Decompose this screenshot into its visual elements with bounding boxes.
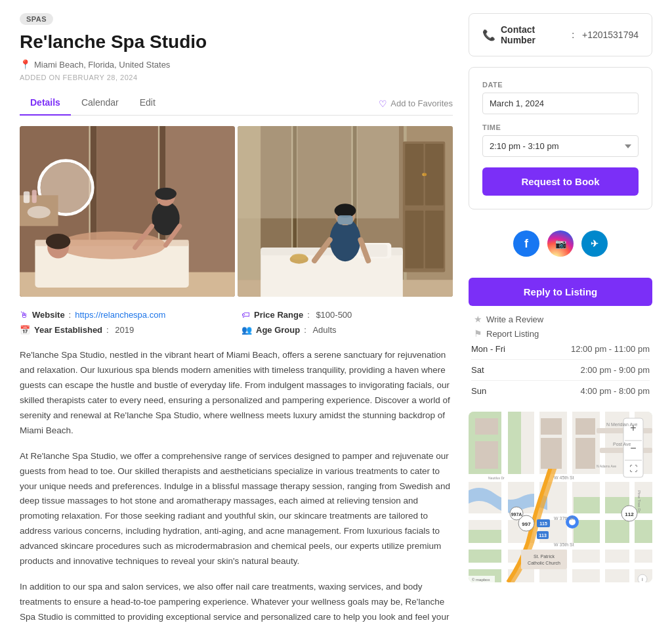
price-icon: 🏷 bbox=[242, 310, 250, 320]
svg-rect-73 bbox=[541, 438, 562, 469]
age-value: Adults bbox=[312, 325, 336, 335]
svg-point-51 bbox=[291, 253, 306, 259]
svg-rect-74 bbox=[576, 418, 595, 435]
year-value: 2019 bbox=[115, 325, 134, 335]
time-field-label: TIME bbox=[482, 123, 639, 131]
business-hours: Mon - Fri 12:00 pm - 11:00 pm Sat 2:00 p… bbox=[469, 339, 652, 401]
saturday-label: Sat bbox=[471, 365, 484, 375]
svg-rect-36 bbox=[425, 211, 444, 269]
time-select[interactable]: 2:10 pm - 3:10 pm bbox=[482, 135, 639, 157]
svg-rect-21 bbox=[24, 192, 30, 204]
svg-rect-65 bbox=[567, 412, 572, 582]
facebook-button[interactable]: f bbox=[513, 230, 539, 257]
booking-card: DATE TIME 2:10 pm - 3:10 pm Request to B… bbox=[469, 67, 652, 209]
svg-point-13 bbox=[46, 234, 70, 249]
website-label: Website bbox=[32, 310, 65, 320]
svg-text:i: i bbox=[642, 576, 643, 582]
svg-point-16 bbox=[155, 188, 177, 200]
svg-rect-72 bbox=[541, 418, 562, 435]
svg-text:Catholic Church: Catholic Church bbox=[528, 561, 560, 565]
meta-info: 🖱 Website: https://relanchespa.com 🏷 Pri… bbox=[20, 310, 453, 335]
year-item: 📅 Year Established: 2019 bbox=[20, 325, 231, 335]
tab-edit[interactable]: Edit bbox=[129, 92, 166, 116]
phone-icon: 📞 bbox=[482, 29, 495, 41]
location-text: Miami Beach, Florida, United States bbox=[34, 60, 170, 70]
svg-text:Post Ave: Post Ave bbox=[613, 442, 631, 446]
write-review-label: Write a Review bbox=[486, 314, 543, 324]
request-book-button[interactable]: Request to Book bbox=[482, 167, 639, 196]
age-item: 👥 Age Group: Adults bbox=[242, 325, 453, 335]
report-listing-link[interactable]: ⚑ Report Listing bbox=[474, 328, 539, 339]
report-listing-label: Report Listing bbox=[486, 329, 539, 339]
action-links: ★ Write a Review ⚑ Report Listing bbox=[469, 314, 652, 339]
svg-rect-71 bbox=[475, 441, 498, 469]
svg-text:115: 115 bbox=[539, 521, 547, 526]
website-link[interactable]: https://relanchespa.com bbox=[75, 310, 165, 320]
contact-card: 📞 Contact Number: +1201531794 bbox=[469, 13, 652, 56]
svg-text:112: 112 bbox=[625, 511, 634, 517]
cursor-icon: 🖱 bbox=[20, 310, 28, 320]
website-item: 🖱 Website: https://relanchespa.com bbox=[20, 310, 231, 320]
svg-point-11 bbox=[58, 231, 166, 259]
hours-row-sun: Sun 4:00 pm - 8:00 pm bbox=[471, 381, 650, 401]
svg-text:W 35th St: W 35th St bbox=[554, 542, 574, 547]
svg-rect-75 bbox=[576, 438, 595, 469]
flag-icon: ⚑ bbox=[474, 328, 482, 339]
heart-icon: ♡ bbox=[379, 98, 387, 109]
svg-rect-33 bbox=[405, 144, 423, 205]
sunday-label: Sun bbox=[471, 386, 486, 396]
contact-number: +1201531794 bbox=[582, 30, 639, 40]
svg-text:N Meridian Ave: N Meridian Ave bbox=[606, 422, 637, 427]
svg-rect-63 bbox=[501, 412, 508, 582]
svg-text:997: 997 bbox=[522, 521, 531, 527]
age-label: Age Group bbox=[256, 325, 300, 335]
telegram-button[interactable]: ✈ bbox=[581, 230, 608, 257]
star-icon: ★ bbox=[474, 314, 482, 324]
svg-text:⛶: ⛶ bbox=[629, 464, 637, 473]
reply-to-listing-button[interactable]: Reply to Listing bbox=[469, 278, 652, 306]
price-label: Price Range bbox=[254, 310, 303, 320]
age-icon: 👥 bbox=[242, 325, 252, 335]
contact-label: Contact Number bbox=[501, 24, 566, 45]
add-favorites-button[interactable]: ♡ Add to Favorites bbox=[379, 98, 453, 109]
date-field-label: DATE bbox=[482, 81, 639, 89]
description-paragraph-1: Re'lanche Spa Studio, nestled in the vib… bbox=[20, 348, 453, 439]
svg-rect-66 bbox=[600, 412, 605, 582]
description-paragraph-3: In addition to our spa and salon service… bbox=[20, 580, 453, 627]
favorites-label: Add to Favorites bbox=[390, 98, 453, 108]
listing-images bbox=[20, 126, 453, 297]
svg-rect-88 bbox=[521, 550, 567, 569]
social-links: f 📷 ✈ bbox=[469, 220, 652, 267]
svg-text:W 37th St: W 37th St bbox=[554, 516, 574, 521]
svg-text:St. Patrick: St. Patrick bbox=[534, 554, 555, 559]
tabs-nav: Details Calendar Edit ♡ Add to Favorites bbox=[20, 92, 453, 116]
saturday-hours: 2:00 pm - 9:00 pm bbox=[581, 365, 650, 375]
listing-title: Re'lanche Spa Studio bbox=[20, 32, 453, 53]
category-tag: SPAS bbox=[20, 13, 53, 25]
map-container[interactable]: 997 115 113 112 997A bbox=[469, 412, 652, 582]
listing-image-1 bbox=[20, 126, 235, 297]
added-on-date: ADDED ON FEBRUARY 28, 2024 bbox=[20, 74, 453, 81]
svg-rect-31 bbox=[238, 126, 261, 280]
listing-image-2 bbox=[238, 126, 453, 297]
write-review-link[interactable]: ★ Write a Review bbox=[474, 314, 543, 324]
hours-row-weekday: Mon - Fri 12:00 pm - 11:00 pm bbox=[471, 339, 650, 360]
svg-text:W 45th St: W 45th St bbox=[554, 475, 574, 480]
svg-rect-35 bbox=[405, 211, 423, 269]
date-input[interactable] bbox=[482, 93, 639, 114]
svg-text:Pine Tree Dr: Pine Tree Dr bbox=[637, 490, 641, 513]
year-label: Year Established bbox=[34, 325, 102, 335]
hours-row-sat: Sat 2:00 pm - 9:00 pm bbox=[471, 360, 650, 381]
svg-point-38 bbox=[423, 173, 427, 176]
svg-rect-34 bbox=[425, 144, 444, 205]
svg-text:© mapbox: © mapbox bbox=[472, 578, 490, 582]
svg-text:N Adams Ave: N Adams Ave bbox=[597, 464, 616, 468]
location-icon: 📍 bbox=[20, 59, 31, 70]
instagram-button[interactable]: 📷 bbox=[547, 230, 574, 257]
price-item: 🏷 Price Range: $100-500 bbox=[242, 310, 453, 320]
calendar-icon: 📅 bbox=[20, 325, 30, 335]
tab-calendar[interactable]: Calendar bbox=[71, 92, 129, 116]
svg-rect-30 bbox=[238, 126, 399, 219]
tab-details[interactable]: Details bbox=[20, 92, 71, 116]
sunday-hours: 4:00 pm - 8:00 pm bbox=[581, 386, 650, 396]
